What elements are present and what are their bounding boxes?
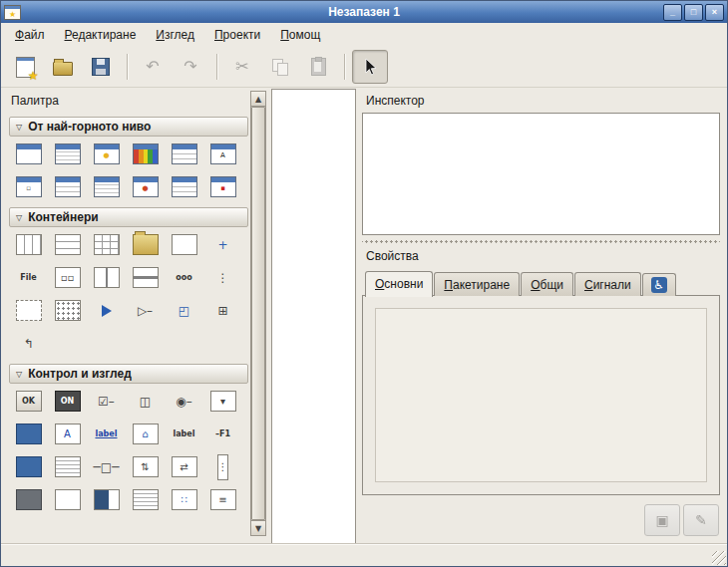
file-chooser-dialog-icon[interactable]	[87, 170, 126, 203]
scroll-down-button[interactable]: ▼	[250, 520, 266, 536]
edit-button[interactable]: ✎	[683, 504, 719, 536]
menubar-icon[interactable]: File	[9, 261, 48, 294]
hscale-icon[interactable]: ─□─	[87, 450, 126, 483]
tab-accessibility[interactable]: ♿	[642, 273, 676, 296]
notebook-icon[interactable]	[126, 228, 165, 261]
input-dialog-icon[interactable]: ▫	[9, 170, 48, 203]
fixed-icon[interactable]: +	[203, 228, 242, 261]
info-button[interactable]: ▣	[644, 504, 680, 536]
workspace-canvas[interactable]	[271, 89, 356, 545]
vscrollbar-icon[interactable]: ⋮	[203, 450, 242, 483]
properties-empty-page	[375, 308, 707, 482]
titlebar[interactable]: ★ Незапазен 1 _ □ ×	[1, 1, 727, 23]
status-bar-icon[interactable]	[126, 483, 165, 516]
accel-label-icon[interactable]: –F1	[203, 418, 242, 450]
button-icon[interactable]: OK	[9, 385, 48, 418]
expander-widget-icon[interactable]: ▷–	[126, 294, 165, 327]
message-dialog-icon[interactable]: ●	[87, 138, 126, 170]
undo-button[interactable]: ↶	[135, 50, 171, 84]
tab-packing[interactable]: Пакетиране	[434, 272, 520, 296]
menu-edit[interactable]: Редактиране	[55, 25, 147, 45]
pane-handle[interactable]	[362, 239, 720, 244]
palette-section-controls[interactable]: ▽ Контрол и изглед	[9, 364, 248, 384]
toggle-button-icon[interactable]: ON	[48, 385, 87, 418]
menu-help[interactable]: Помощ	[270, 25, 330, 45]
expander-icon: ▽	[16, 213, 22, 222]
hpaned-icon[interactable]	[87, 261, 126, 294]
maximize-button[interactable]: □	[684, 4, 703, 21]
spin-button-icon[interactable]: ⇅	[126, 450, 165, 483]
palette-section-containers[interactable]: ▽ Контейнери	[9, 207, 248, 227]
window-icon[interactable]	[9, 138, 48, 170]
dialog-icon[interactable]	[48, 138, 87, 170]
new-project-button[interactable]: ★	[7, 50, 43, 84]
scrollbar-track[interactable]	[250, 107, 266, 520]
combo-box-icon[interactable]: ▾	[203, 385, 242, 418]
menu-file[interactable]: Файл	[5, 25, 55, 45]
new-star-icon: ★	[28, 70, 39, 82]
save-project-button[interactable]	[83, 50, 119, 84]
assistant-icon[interactable]: ●	[126, 170, 165, 203]
color-selection-dialog-icon[interactable]	[126, 138, 165, 170]
text-entry-icon[interactable]: A	[48, 418, 87, 450]
frame-icon[interactable]	[165, 228, 203, 261]
hbox-icon[interactable]	[9, 228, 48, 261]
label-icon[interactable]: label	[165, 418, 203, 450]
scroll-up-button[interactable]: ▲	[250, 91, 266, 107]
vpaned-icon[interactable]	[126, 261, 165, 294]
viewport-icon[interactable]	[9, 294, 48, 327]
toolbar-separator	[216, 54, 218, 80]
vbuttonbox-icon[interactable]: ⋮	[203, 261, 242, 294]
drawing-area-icon[interactable]	[48, 483, 87, 516]
paste-button[interactable]	[300, 50, 336, 84]
cut-button[interactable]: ✂	[224, 50, 260, 84]
alignment-icon[interactable]: ↰	[9, 327, 48, 360]
icon-view-icon[interactable]: ∷	[165, 483, 203, 516]
entry-small-icon[interactable]	[9, 450, 48, 483]
new-project-icon: ★	[16, 57, 35, 78]
image-icon[interactable]	[9, 483, 48, 516]
hbuttonbox-icon[interactable]: ooo	[165, 261, 203, 294]
link-label-icon[interactable]: label	[87, 418, 126, 450]
tab-common[interactable]: Общи	[521, 272, 573, 296]
inspector-tree[interactable]	[362, 113, 720, 235]
layout-icon[interactable]: ◰	[165, 294, 203, 327]
redo-button[interactable]: ↷	[173, 50, 208, 84]
text-view-icon[interactable]	[48, 450, 87, 483]
pointer-arrow-icon	[361, 58, 379, 76]
handlebox-icon[interactable]	[87, 294, 126, 327]
list-dialog-icon[interactable]	[165, 170, 203, 203]
minimize-button[interactable]: _	[663, 4, 682, 21]
resize-grip[interactable]	[712, 551, 726, 565]
table-icon[interactable]	[87, 228, 126, 261]
combo-box-entry-icon[interactable]: ⌂	[126, 418, 165, 450]
progress-bar-icon[interactable]	[87, 483, 126, 516]
open-folder-icon	[53, 62, 73, 76]
file-selection-dialog-icon[interactable]	[165, 138, 203, 170]
radio-button-icon[interactable]: ◉–	[165, 385, 203, 418]
option-menu-icon[interactable]: ◫	[126, 385, 165, 418]
menubar: Файл Редактиране Изглед Проекти Помощ	[1, 23, 727, 47]
entry-icon[interactable]	[9, 418, 48, 450]
close-button[interactable]: ×	[705, 4, 724, 21]
copy-button[interactable]	[262, 50, 298, 84]
alert-dialog-icon[interactable]: ▪	[203, 170, 242, 203]
menu-view[interactable]: Изглед	[146, 25, 204, 45]
selector-button[interactable]	[352, 50, 388, 84]
toolbar-icon[interactable]: ▫▫	[48, 261, 87, 294]
scrollbar-thumb[interactable]	[251, 107, 265, 520]
eventbox-icon[interactable]: ⊞	[203, 294, 242, 327]
scrolledwindow-icon[interactable]	[48, 294, 87, 327]
vbox-icon[interactable]	[48, 228, 87, 261]
font-selection-dialog-icon[interactable]: A	[203, 138, 242, 170]
menu-projects[interactable]: Проекти	[204, 25, 270, 45]
palette-section-toplevel[interactable]: ▽ От най-горното ниво	[9, 117, 248, 137]
tab-signals[interactable]: Сигнали	[574, 272, 641, 296]
check-button-icon[interactable]: ☑–	[87, 385, 126, 418]
hscrollbar-icon[interactable]: ⇄	[165, 450, 203, 483]
open-project-button[interactable]	[45, 50, 81, 84]
about-dialog-icon[interactable]	[48, 170, 87, 203]
tree-view-icon[interactable]: ≡	[203, 483, 242, 516]
tab-general[interactable]: Основни	[365, 271, 433, 297]
palette-section-label: Контейнери	[28, 210, 98, 224]
